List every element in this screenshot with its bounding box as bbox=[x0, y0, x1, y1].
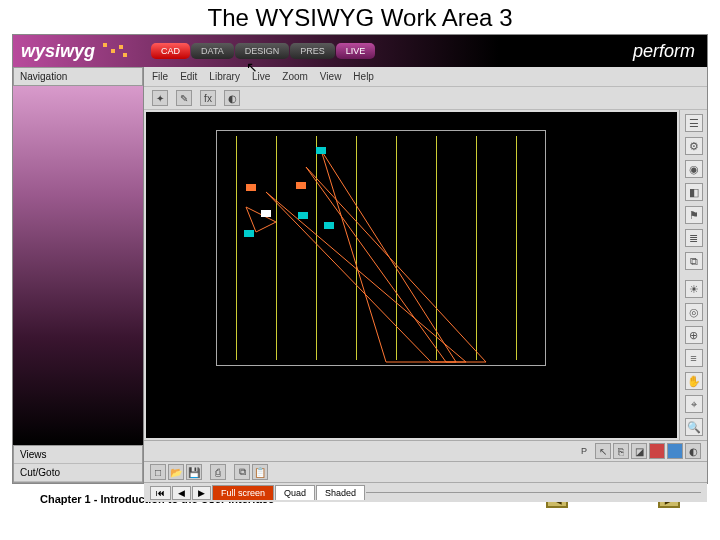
brush-icon[interactable]: ✎ bbox=[176, 90, 192, 106]
cad-canvas[interactable] bbox=[146, 112, 677, 438]
fx-icon[interactable]: fx bbox=[200, 90, 216, 106]
menu-bar: File Edit Library Live Zoom View Help bbox=[144, 67, 707, 87]
slide-title: The WYSIWYG Work Area 3 bbox=[0, 0, 720, 34]
menu-edit[interactable]: Edit bbox=[180, 71, 197, 82]
tab-fullscreen[interactable]: Full screen bbox=[212, 485, 274, 500]
print-icon[interactable]: ⎙ bbox=[210, 464, 226, 480]
mode-tab-data[interactable]: DATA bbox=[191, 43, 234, 59]
menu-help[interactable]: Help bbox=[353, 71, 374, 82]
palette-icon[interactable]: ◐ bbox=[224, 90, 240, 106]
status-letter: P bbox=[581, 446, 587, 456]
target-icon[interactable]: ⊕ bbox=[685, 326, 703, 344]
cursor-icon[interactable]: ↖ bbox=[595, 443, 611, 459]
grid-line bbox=[316, 136, 317, 360]
wand-icon[interactable]: ✦ bbox=[152, 90, 168, 106]
navigation-panel-header[interactable]: Navigation bbox=[13, 67, 143, 86]
slider-icon[interactable]: ≡ bbox=[685, 349, 703, 367]
app-body: Navigation Views Cut/Goto File Edit Libr… bbox=[13, 67, 707, 483]
tab-quad[interactable]: Quad bbox=[275, 485, 315, 500]
view-tab-strip: ⏮ ◀ ▶ Full screen Quad Shaded bbox=[144, 482, 707, 502]
mode-tab-cad[interactable]: CAD bbox=[151, 43, 190, 59]
tab-nav-prev-icon[interactable]: ◀ bbox=[172, 486, 191, 500]
save-icon[interactable]: 💾 bbox=[186, 464, 202, 480]
eye-icon[interactable]: ◎ bbox=[685, 303, 703, 321]
zoom-icon[interactable]: 🔍 bbox=[685, 418, 703, 436]
grid-line bbox=[236, 136, 237, 360]
fixture-icon[interactable] bbox=[261, 210, 271, 217]
menu-file[interactable]: File bbox=[152, 71, 168, 82]
snap-icon[interactable]: ⌖ bbox=[685, 395, 703, 413]
sidebar-cutgoto-button[interactable]: Cut/Goto bbox=[14, 464, 142, 482]
fixture-icon[interactable] bbox=[316, 147, 326, 154]
menu-live[interactable]: Live bbox=[252, 71, 270, 82]
color-icon[interactable]: ◪ bbox=[631, 443, 647, 459]
title-bar: wysiwyg CAD DATA DESIGN PRES LIVE ↖ perf… bbox=[13, 35, 707, 67]
status-toolbar: P ↖ ⎘ ◪ ◐ bbox=[144, 440, 707, 461]
navigation-panel-body bbox=[13, 86, 143, 445]
grid-line bbox=[436, 136, 437, 360]
gear-icon[interactable]: ⚙ bbox=[685, 137, 703, 155]
light-icon[interactable]: ☀ bbox=[685, 280, 703, 298]
fixture-icon[interactable] bbox=[246, 184, 256, 191]
fixture-icon[interactable] bbox=[298, 212, 308, 219]
copy-icon[interactable]: ⎘ bbox=[613, 443, 629, 459]
perform-label: perform bbox=[633, 41, 695, 62]
menu-library[interactable]: Library bbox=[209, 71, 240, 82]
stage-boundary bbox=[216, 130, 546, 366]
paint-icon[interactable]: ◐ bbox=[685, 443, 701, 459]
menu-view[interactable]: View bbox=[320, 71, 342, 82]
paste-icon[interactable]: 📋 bbox=[252, 464, 268, 480]
fixture-icon[interactable] bbox=[296, 182, 306, 189]
grid-line bbox=[396, 136, 397, 360]
canvas-wrap: ☰ ⚙ ◉ ◧ ⚑ ≣ ⧉ ☀ ◎ ⊕ ≡ ✋ ⌖ 🔍 bbox=[144, 110, 707, 440]
flag-icon[interactable]: ⚑ bbox=[685, 206, 703, 224]
app-window: wysiwyg CAD DATA DESIGN PRES LIVE ↖ perf… bbox=[12, 34, 708, 484]
mode-tab-design[interactable]: DESIGN bbox=[235, 43, 290, 59]
grid-line bbox=[276, 136, 277, 360]
fixture-icon[interactable] bbox=[244, 230, 254, 237]
copy2-icon[interactable]: ⧉ bbox=[234, 464, 250, 480]
link-icon[interactable]: ⧉ bbox=[685, 252, 703, 270]
rect-blue-icon[interactable] bbox=[667, 443, 683, 459]
hand-icon[interactable]: ✋ bbox=[685, 372, 703, 390]
app-logo-icon bbox=[101, 41, 131, 61]
menu-icon[interactable]: ☰ bbox=[685, 114, 703, 132]
fixture-icon[interactable] bbox=[324, 222, 334, 229]
rect-red-icon[interactable] bbox=[649, 443, 665, 459]
file-toolbar: □ 📂 💾 ⎙ ⧉ 📋 bbox=[144, 461, 707, 482]
grid-line bbox=[516, 136, 517, 360]
tab-shaded[interactable]: Shaded bbox=[316, 485, 365, 500]
left-sidebar: Navigation Views Cut/Goto bbox=[13, 67, 143, 483]
tab-nav-first-icon[interactable]: ⏮ bbox=[150, 486, 171, 500]
globe-icon[interactable]: ◉ bbox=[685, 160, 703, 178]
sidebar-views-button[interactable]: Views bbox=[14, 446, 142, 464]
open-icon[interactable]: 📂 bbox=[168, 464, 184, 480]
right-toolbar: ☰ ⚙ ◉ ◧ ⚑ ≣ ⧉ ☀ ◎ ⊕ ≡ ✋ ⌖ 🔍 bbox=[679, 110, 707, 440]
grid-line bbox=[356, 136, 357, 360]
main-area: File Edit Library Live Zoom View Help ✦ … bbox=[143, 67, 707, 483]
cube-icon[interactable]: ◧ bbox=[685, 183, 703, 201]
top-toolbar: ✦ ✎ fx ◐ bbox=[144, 87, 707, 110]
app-logo-text: wysiwyg bbox=[21, 41, 95, 62]
menu-zoom[interactable]: Zoom bbox=[282, 71, 308, 82]
mode-tab-pres[interactable]: PRES bbox=[290, 43, 335, 59]
tab-nav-next-icon[interactable]: ▶ bbox=[192, 486, 211, 500]
new-icon[interactable]: □ bbox=[150, 464, 166, 480]
layers-icon[interactable]: ≣ bbox=[685, 229, 703, 247]
mode-tab-live[interactable]: LIVE bbox=[336, 43, 376, 59]
mode-tabs: CAD DATA DESIGN PRES LIVE bbox=[151, 43, 375, 59]
sidebar-bottom-nav: Views Cut/Goto bbox=[13, 445, 143, 483]
grid-line bbox=[476, 136, 477, 360]
